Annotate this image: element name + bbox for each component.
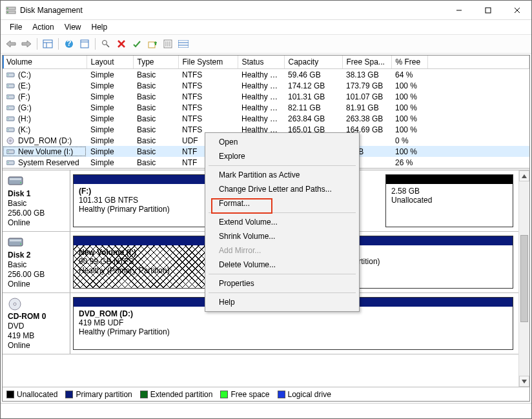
menu-item-extend-volume[interactable]: Extend Volume...	[207, 215, 357, 229]
disk-management-window: Disk Management FileActionViewHelp ? Vol…	[0, 0, 532, 419]
disk-header[interactable]: Disk 2Basic256.00 GBOnline	[3, 232, 70, 292]
partition-cap	[386, 175, 513, 184]
menu-help[interactable]: Help	[87, 21, 113, 33]
menu-file[interactable]: File	[5, 21, 27, 33]
volume-pct: 100 %	[391, 146, 427, 157]
list-view-button[interactable]	[177, 37, 190, 50]
volume-fs: NTFS	[178, 69, 238, 81]
svg-rect-5	[486, 8, 491, 13]
vertical-scrollbar[interactable]	[518, 170, 529, 387]
volume-capacity: 59.46 GB	[284, 69, 342, 81]
forward-button[interactable]	[20, 37, 33, 50]
volume-free: 263.38 GB	[342, 113, 391, 124]
column-header[interactable]: % Free	[391, 56, 427, 69]
volume-name: (K:)	[18, 125, 30, 134]
menu-item-change-drive-letter-and-paths[interactable]: Change Drive Letter and Paths...	[207, 182, 357, 196]
menu-item-format[interactable]: Format...	[207, 196, 357, 210]
volume-type: Basic	[133, 69, 178, 81]
disk-header[interactable]: Disk 1Basic256.00 GBOnline	[3, 170, 70, 231]
volume-fs: NTFS	[178, 91, 238, 102]
hdd-icon	[8, 236, 21, 249]
column-header[interactable]: File System	[178, 56, 238, 69]
scroll-thumb[interactable]	[520, 235, 528, 322]
volume-type: Basic	[133, 80, 178, 91]
menu-item-help[interactable]: Help	[207, 295, 357, 309]
svg-rect-48	[8, 238, 23, 246]
partition-status: Unallocated	[391, 196, 507, 205]
menu-item-mark-partition-as-active[interactable]: Mark Partition as Active	[207, 168, 357, 182]
volume-name: (H:)	[18, 114, 31, 123]
up-button[interactable]	[146, 37, 159, 50]
column-header[interactable]: Layout	[87, 56, 133, 69]
column-header[interactable]: Status	[238, 56, 284, 69]
disk-state: Online	[8, 341, 65, 350]
svg-point-30	[8, 85, 9, 87]
volume-capacity: 174.12 GB	[284, 80, 342, 91]
svg-rect-13	[81, 40, 88, 48]
window-title: Disk Management	[20, 6, 444, 15]
views-button[interactable]	[41, 37, 54, 50]
find-button[interactable]	[99, 37, 112, 50]
maximize-button[interactable]	[473, 1, 502, 19]
volume-capacity: 263.84 GB	[284, 113, 342, 124]
svg-line-16	[107, 45, 109, 47]
volume-name: DVD_ROM (D:)	[18, 136, 72, 145]
volume-row[interactable]: (E:)SimpleBasicNTFSHealthy (P...174.12 G…	[3, 80, 529, 91]
svg-marker-54	[522, 380, 527, 383]
volume-name: System Reserved	[18, 158, 79, 167]
column-header[interactable]: Type	[133, 56, 178, 69]
menu-action[interactable]: Action	[27, 21, 59, 33]
menu-item-explore[interactable]: Explore	[207, 149, 357, 163]
volume-name: (E:)	[18, 81, 30, 90]
disk-state: Online	[8, 218, 65, 227]
volume-free: 81.91 GB	[342, 102, 391, 113]
titlebar: Disk Management	[1, 1, 531, 20]
close-button[interactable]	[502, 1, 531, 19]
disk-size: 256.00 GB	[8, 209, 65, 218]
volume-row[interactable]: (C:)SimpleBasicNTFSHealthy (B...59.46 GB…	[3, 69, 529, 81]
column-header[interactable]: Volume	[3, 56, 87, 69]
volume-row[interactable]: (F:)SimpleBasicNTFSHealthy (P...101.31 G…	[3, 91, 529, 102]
delete-icon[interactable]	[115, 37, 128, 50]
svg-text:?: ?	[66, 39, 71, 48]
disk-size: 256.00 GB	[8, 270, 65, 279]
legend-swatch	[220, 391, 228, 398]
volume-layout: Simple	[87, 135, 133, 146]
app-icon	[6, 5, 16, 15]
legend-label: Logical drive	[288, 390, 331, 399]
check-icon[interactable]	[130, 37, 143, 50]
volume-row[interactable]: (H:)SimpleBasicNTFSHealthy (L...263.84 G…	[3, 113, 529, 124]
scroll-up-button[interactable]	[519, 170, 529, 181]
volume-layout: Simple	[87, 124, 133, 135]
svg-point-50	[20, 243, 21, 245]
column-header-row[interactable]: VolumeLayoutTypeFile SystemStatusCapacit…	[3, 56, 529, 69]
settings-button[interactable]	[161, 37, 174, 50]
back-button[interactable]	[5, 37, 17, 50]
disk-header[interactable]: CD-ROM 0DVD419 MBOnline	[3, 293, 70, 354]
column-header[interactable]: Capacity	[284, 56, 342, 69]
svg-rect-46	[10, 178, 21, 180]
partition-size: 2.58 GB	[391, 187, 507, 196]
menu-item-properties[interactable]: Properties	[207, 276, 357, 291]
volume-pct: 100 %	[391, 80, 427, 91]
partition-status: Healthy (Primary Partition)	[79, 327, 507, 336]
svg-point-36	[8, 118, 9, 119]
svg-point-28	[8, 74, 9, 76]
menu-view[interactable]: View	[59, 21, 87, 33]
volume-layout: Simple	[87, 102, 133, 113]
partition[interactable]: 2.58 GBUnallocated	[385, 174, 513, 227]
menu-item-delete-volume[interactable]: Delete Volume...	[207, 258, 357, 272]
volume-layout: Simple	[87, 69, 133, 81]
scroll-down-button[interactable]	[519, 376, 529, 387]
volume-layout: Simple	[87, 113, 133, 124]
properties-button[interactable]	[78, 37, 91, 50]
legend-label: Primary partition	[76, 390, 132, 399]
menu-item-shrink-volume[interactable]: Shrink Volume...	[207, 229, 357, 243]
svg-point-2	[7, 8, 8, 9]
help-button[interactable]: ?	[63, 37, 76, 50]
volume-row[interactable]: (G:)SimpleBasicNTFSHealthy (P...82.11 GB…	[3, 102, 529, 113]
menu-item-open[interactable]: Open	[207, 135, 357, 149]
svg-point-44	[8, 162, 9, 163]
minimize-button[interactable]	[444, 1, 473, 19]
column-header[interactable]: Free Spa...	[342, 56, 391, 69]
